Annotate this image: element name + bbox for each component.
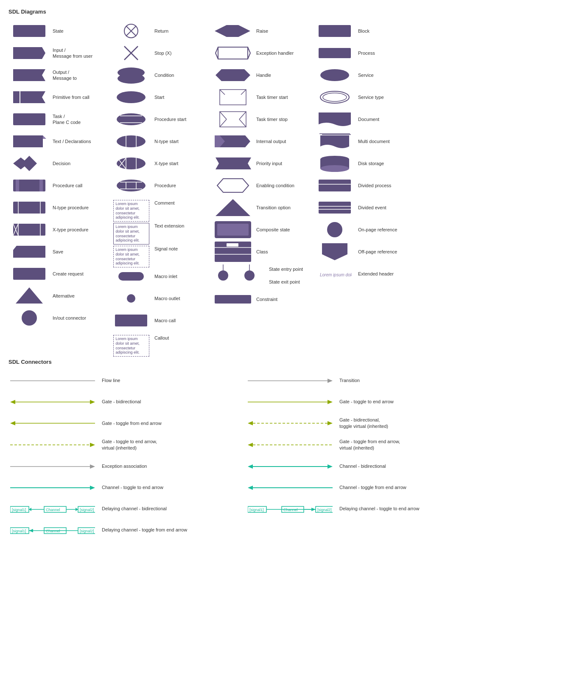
- shape-stop: Stop (X): [110, 42, 212, 64]
- shape-macro-call: Macro call: [110, 309, 212, 332]
- svg-marker-113: [328, 421, 333, 425]
- shape-divided-event: Divided event: [314, 197, 416, 219]
- svg-text:[signal1]: [signal1]: [12, 508, 26, 512]
- shape-state-entry-exit: State entry point State exit point: [212, 263, 314, 288]
- shape-macro-outlet: Macro outlet: [110, 287, 212, 309]
- svg-marker-106: [90, 400, 95, 404]
- connector-gate-toggle-from: Gate - toggle from end arrow: [8, 413, 246, 434]
- shape-condition: Condition: [110, 64, 212, 86]
- svg-marker-103: [328, 379, 333, 383]
- shape-document: Document: [314, 108, 416, 130]
- shape-ntype-procedure: N-type procedure: [8, 197, 110, 219]
- svg-rect-85: [319, 25, 351, 37]
- shape-task-timer-stop: Task timer stop: [212, 108, 314, 130]
- shape-text-extension: Lorem ipsumdolor sit amet,consecteturadi…: [110, 219, 212, 242]
- svg-text:Channel: Channel: [283, 508, 298, 512]
- shape-multi-document: Multi document: [314, 130, 416, 152]
- svg-marker-130: [29, 508, 31, 511]
- shape-comment: Lorem ipsum dolor sit amet, consectetur …: [110, 197, 212, 219]
- svg-text:Channel: Channel: [46, 508, 60, 512]
- sdl-diagrams-grid: State Input /Message from user Output /M…: [8, 20, 580, 354]
- connector-exception-assoc: Exception association: [8, 456, 246, 477]
- svg-marker-119: [90, 464, 95, 469]
- shape-xtype-start: X-type start: [110, 152, 212, 174]
- svg-marker-99: [322, 243, 347, 260]
- svg-marker-58: [216, 47, 250, 59]
- shape-state: State: [8, 20, 110, 42]
- svg-marker-122: [328, 464, 333, 469]
- svg-rect-13: [39, 180, 43, 191]
- svg-text:[signal1]: [signal1]: [12, 529, 26, 533]
- sdl-connectors-section: SDL Connectors Flow line Transition: [8, 359, 580, 541]
- svg-line-66: [239, 112, 246, 119]
- shape-disk-storage: Disk storage: [314, 152, 416, 174]
- sdl-diagrams-title: SDL Diagrams: [8, 8, 580, 15]
- svg-marker-124: [90, 486, 95, 490]
- shape-callout: Lorem ipsum dolor sit amet,consecteturad…: [110, 332, 212, 354]
- svg-rect-12: [16, 180, 19, 191]
- connector-gate-toggle-from-virtual: Gate - toggle from end arrow,virtual (in…: [246, 434, 484, 456]
- svg-text:[signal2]: [signal2]: [317, 508, 332, 512]
- shape-decision: Decision: [8, 152, 110, 174]
- svg-marker-2: [13, 69, 45, 81]
- shape-enabling-condition: Enabling condition: [212, 174, 314, 197]
- shape-xtype-procedure: X-type procedure: [8, 219, 110, 241]
- shape-divided-process: Divided process: [314, 174, 416, 197]
- connector-delaying-bidi: [signal1] Channel [signal2] Delaying cha…: [8, 498, 246, 520]
- svg-rect-86: [319, 48, 351, 58]
- svg-point-25: [22, 310, 37, 326]
- svg-point-53: [127, 294, 135, 303]
- svg-rect-52: [118, 272, 144, 281]
- svg-marker-134: [76, 508, 78, 511]
- svg-marker-3: [13, 91, 45, 103]
- svg-marker-73: [216, 199, 250, 216]
- shape-transition-option: Transition option: [212, 197, 314, 219]
- shape-text: Text / Declarations: [8, 130, 110, 152]
- svg-line-65: [220, 112, 227, 119]
- shape-internal-output: Internal output: [212, 130, 314, 152]
- svg-marker-126: [248, 486, 253, 490]
- svg-marker-55: [215, 25, 227, 37]
- shape-service: Service: [314, 64, 416, 86]
- svg-point-80: [218, 270, 228, 281]
- svg-rect-59: [218, 47, 248, 59]
- sdl-connectors-title: SDL Connectors: [8, 359, 580, 365]
- shape-off-page: Off-page reference: [314, 241, 416, 263]
- shape-on-page: On-page reference: [314, 219, 416, 241]
- shape-procedure-call: Procedure call: [8, 174, 110, 197]
- svg-marker-57: [238, 25, 250, 37]
- svg-marker-117: [248, 443, 253, 447]
- svg-point-98: [327, 222, 342, 237]
- connector-channel-bidi: Channel - bidirectional: [246, 456, 484, 477]
- svg-marker-71: [216, 157, 251, 169]
- shape-save: Save: [8, 241, 110, 263]
- svg-line-67: [220, 119, 227, 127]
- svg-rect-56: [227, 25, 238, 37]
- shape-macro-inlet: Macro inlet: [110, 265, 212, 287]
- connector-gate-toggle-end: Gate - toggle to end arrow: [246, 391, 484, 413]
- svg-rect-5: [13, 113, 45, 125]
- shape-inout-connector: In/out connector: [8, 307, 110, 329]
- svg-point-38: [117, 135, 146, 147]
- svg-rect-0: [13, 25, 45, 37]
- shape-signal-note: Lorem ipsum dolor sit amet,consecteturad…: [110, 242, 212, 265]
- connector-transition: Transition: [246, 370, 484, 391]
- shape-start: Start: [110, 86, 212, 108]
- svg-line-62: [220, 90, 225, 95]
- svg-text:Channel: Channel: [46, 529, 60, 533]
- svg-line-68: [239, 119, 246, 127]
- shape-process: Process: [314, 42, 416, 64]
- svg-text:[signal2]: [signal2]: [80, 508, 94, 512]
- shape-return: Return: [110, 20, 212, 42]
- connector-delaying-toggle-from: [signal1] Channel [signal2] Delaying cha…: [8, 520, 246, 541]
- svg-marker-149: [29, 529, 33, 532]
- svg-rect-35: [120, 116, 142, 123]
- svg-rect-61: [220, 90, 246, 105]
- svg-point-41: [117, 157, 146, 169]
- svg-point-87: [320, 69, 349, 81]
- shape-handle: Handle: [212, 64, 314, 86]
- connector-gate-toggle-end-virtual: Gate - toggle to end arrow,virtual (inhe…: [8, 434, 246, 456]
- shape-procedure: Procedure: [110, 174, 212, 197]
- svg-marker-108: [328, 400, 333, 404]
- shape-input: Input /Message from user: [8, 42, 110, 64]
